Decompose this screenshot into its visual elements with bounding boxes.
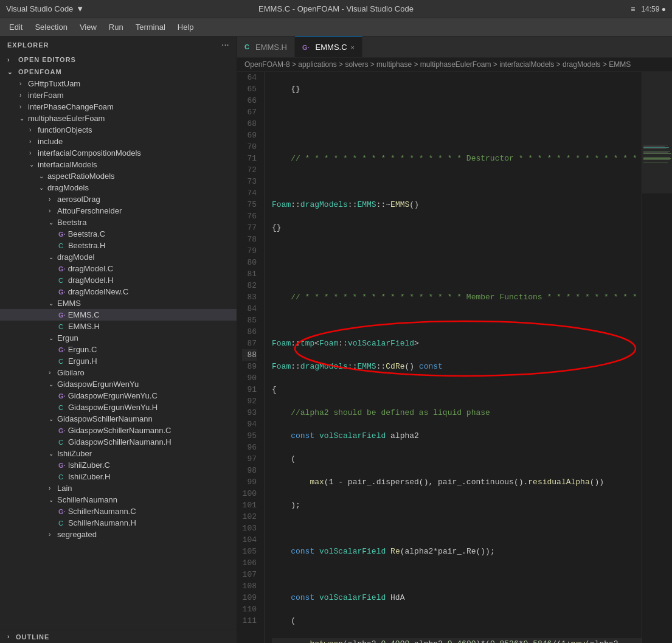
code-line-71 [272, 245, 642, 257]
tab-label-emms-c: EMMS.C [316, 43, 347, 52]
menu-run[interactable]: Run [103, 20, 130, 34]
file-icon-c7: G· [58, 427, 66, 434]
code-line-65 [272, 106, 642, 118]
tree-item-segregated[interactable]: › segregated [0, 529, 237, 540]
menu-terminal[interactable]: Terminal [130, 20, 171, 34]
line-numbers: 64 65 66 67 68 69 70 71 72 73 74 75 76 7… [237, 72, 265, 643]
code-line-68 [272, 176, 642, 187]
title-bar: Visual Studio Code ▼ EMMS.C - OpenFOAM -… [0, 0, 672, 18]
tree-item-schillernaumann-h[interactable]: C SchillerNaumann.H [0, 517, 237, 529]
tree-item-ishiizuber-c[interactable]: G· IshiiZuber.C [0, 459, 237, 471]
open-editors-label: OPEN EDITORS [18, 56, 76, 63]
tree-item-aspectratiomodels[interactable]: ⌄ aspectRatioModels [0, 170, 237, 182]
tree-item-dragmodel-c[interactable]: G· dragModel.C [0, 263, 237, 274]
code-line-73: // * * * * * * * * * * * * * * * * * Mem… [272, 291, 642, 303]
menu-selection[interactable]: Selection [29, 20, 73, 34]
breadcrumb: OpenFOAM-8 > applications > solvers > mu… [237, 58, 672, 72]
tab-label-emms-h: EMMS.H [255, 43, 287, 52]
code-line-75: Foam::tmp<Foam::volScalarField> [272, 338, 642, 349]
tree-item-Gibilaro[interactable]: › Gibilaro [0, 367, 237, 378]
tree-item-dragmodels[interactable]: ⌄ dragModels [0, 182, 237, 193]
tree-item-GidaspowErgunWenYu[interactable]: ⌄ GidaspowErgunWenYu [0, 378, 237, 390]
tree-item-gidaspowschillernaumann-c[interactable]: G· GidaspowSchillerNaumann.C [0, 425, 237, 436]
outline-label: OUTLINE [16, 633, 49, 641]
code-line-84: const volScalarField Re(alpha2*pair_.Re(… [272, 546, 642, 557]
outline-chevron: › [7, 633, 13, 640]
file-icon-h3: C [58, 323, 63, 330]
tree-item-EMMS[interactable]: ⌄ EMMS [0, 297, 237, 309]
file-icon-h: C [58, 242, 63, 249]
code-line-72 [272, 268, 642, 280]
code-line-88: between(alpha2-0.4000,alpha2-0.4600)*(0.… [272, 638, 642, 643]
file-icon-c2: G· [58, 265, 66, 273]
tree-item-IshiiZuber[interactable]: ⌄ IshiiZuber [0, 448, 237, 459]
tree-item-aerosolDrag[interactable]: › aerosolDrag [0, 193, 237, 205]
tree-item-ishiizuber-h[interactable]: C IshiiZuber.H [0, 471, 237, 482]
sidebar-more-icon[interactable]: ··· [222, 41, 229, 49]
tree-item-functionobjects[interactable]: › functionObjects [0, 124, 237, 136]
tab-bar: C EMMS.H G· EMMS.C × [237, 36, 672, 58]
openfoam-section[interactable]: ⌄ OPENFOAM [0, 66, 237, 78]
tree-item-EMMS-H[interactable]: C EMMS.H [0, 321, 237, 332]
outline-bar[interactable]: › OUTLINE [0, 630, 237, 643]
tab-close-emms-c[interactable]: × [351, 44, 355, 51]
code-editor[interactable]: 64 65 66 67 68 69 70 71 72 73 74 75 76 7… [237, 72, 642, 643]
menu-help[interactable]: Help [171, 20, 200, 34]
tree-item-dragmodelnew-c[interactable]: G· dragModelNew.C [0, 286, 237, 297]
tree-item-ergun-h[interactable]: C Ergun.H [0, 355, 237, 367]
status-dot: ● [662, 5, 666, 13]
tree-item-dragmodel-h[interactable]: C dragModel.H [0, 274, 237, 286]
tree-item-dragmodel[interactable]: ⌄ dragModel [0, 251, 237, 263]
tree-item-SchillerNaumann[interactable]: ⌄ SchillerNaumann [0, 494, 237, 506]
breadcrumb-text: OpenFOAM-8 > applications > solvers > mu… [244, 60, 631, 69]
tree-item-Beetstra[interactable]: ⌄ Beetstra [0, 217, 237, 228]
tree-item-interfoam[interactable]: › interFoam [0, 89, 237, 101]
system-menu-icon[interactable]: ≡ [631, 5, 635, 13]
tree-item-GidaspowSchillerNaumann[interactable]: ⌄ GidaspowSchillerNaumann [0, 413, 237, 425]
open-editors-section[interactable]: › OPEN EDITORS [0, 54, 237, 66]
main-layout: EXPLORER ··· › OPEN EDITORS ⌄ OPENFOAM ›… [0, 36, 672, 643]
openfoam-chevron: ⌄ [7, 69, 13, 75]
tree-item-beetstra-h[interactable]: C Beetstra.H [0, 240, 237, 251]
tree-item-include[interactable]: › include [0, 136, 237, 147]
file-icon-h6: C [58, 439, 63, 446]
tree-item-Lain[interactable]: › Lain [0, 482, 237, 494]
code-area: 64 65 66 67 68 69 70 71 72 73 74 75 76 7… [237, 72, 672, 643]
tree-item-Ergun[interactable]: ⌄ Ergun [0, 332, 237, 344]
tree-item-attouFerschneider[interactable]: › AttouFerschneider [0, 205, 237, 217]
menu-edit[interactable]: Edit [3, 20, 29, 34]
code-content[interactable]: {} // * * * * * * * * * * * * * * * * * … [265, 72, 642, 643]
code-line-64: {} [272, 83, 642, 95]
code-line-83 [272, 523, 642, 534]
code-line-79: const volScalarField alpha2 [272, 430, 642, 442]
tree-item-interfacialmodels[interactable]: ⌄ interfacialModels [0, 159, 237, 170]
app-dropdown-icon[interactable]: ▼ [76, 4, 84, 13]
code-line-78: //alpha2 should be defined as liquid pha… [272, 407, 642, 419]
tree-item-multiphaseeulerfoam[interactable]: ⌄ multiphaseEulerFoam [0, 113, 237, 124]
file-icon-c9: G· [58, 508, 66, 515]
tree-item-schillernaumann-c[interactable]: G· SchillerNaumann.C [0, 506, 237, 517]
tree-item-gidaspowergenwenyu-h[interactable]: C GidaspowErgunWenYu.H [0, 401, 237, 413]
tree-item-interfacialcompositionmodels[interactable]: › interfacialCompositionModels [0, 147, 237, 159]
file-icon-h7: C [58, 473, 63, 481]
tree-item-ghttptuxtuam[interactable]: › GHttpTuxtUam [0, 78, 237, 89]
code-line-67: // * * * * * * * * * * * * * * * * * Des… [272, 153, 642, 164]
file-icon-h8: C [58, 520, 63, 527]
file-icon-c5: G· [58, 346, 66, 353]
code-line-76: Foam::dragModels::EMMS::CdRe() const [272, 361, 642, 372]
tree-item-EMMS-C[interactable]: G· EMMS.C [0, 309, 237, 321]
openfoam-label: OPENFOAM [18, 68, 62, 75]
tree-item-ergun-c[interactable]: G· Ergun.C [0, 344, 237, 355]
code-line-87: ( [272, 615, 642, 627]
tab-emms-h[interactable]: C EMMS.H [237, 36, 295, 57]
editor-wrapper: 64 65 66 67 68 69 70 71 72 73 74 75 76 7… [237, 72, 672, 643]
tree-item-gidaspowschillernaumann-h[interactable]: C GidaspowSchillerNaumann.H [0, 436, 237, 448]
tab-icon-h: C [244, 43, 249, 50]
tree-item-beetstra-c[interactable]: G· Beetstra.C [0, 228, 237, 240]
menu-view[interactable]: View [74, 20, 103, 34]
tree-item-gidaspowergunwenyu-c[interactable]: G· GidaspowErgunWenYu.C [0, 390, 237, 401]
tab-emms-c[interactable]: G· EMMS.C × [295, 36, 362, 57]
file-icon-h5: C [58, 404, 63, 411]
file-icon-c6: G· [58, 392, 66, 400]
tree-item-interphasechangefoam[interactable]: › interPhaseChangeFoam [0, 101, 237, 113]
